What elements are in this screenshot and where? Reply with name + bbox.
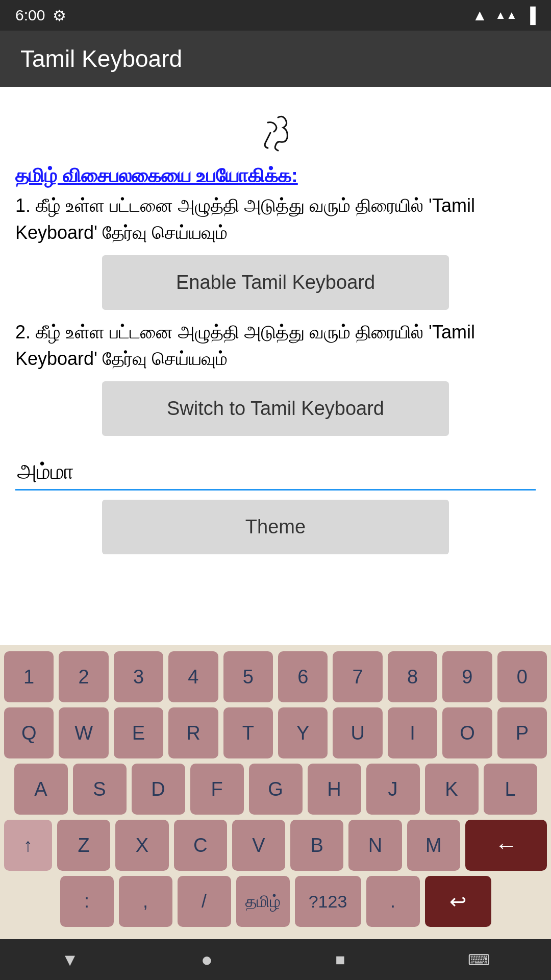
status-left: 6:00 ⚙ [15,7,66,24]
key-9[interactable]: 9 [442,651,492,702]
key-i[interactable]: I [388,707,437,758]
space-key[interactable]: தமிழ் [236,876,290,927]
key-z[interactable]: Z [57,820,110,871]
key-d[interactable]: D [132,764,185,815]
key-c[interactable]: C [174,820,227,871]
key-y[interactable]: Y [278,707,328,758]
key-e[interactable]: E [114,707,163,758]
key-0[interactable]: 0 [497,651,547,702]
time-display: 6:00 [15,7,45,24]
keyboard: 1 2 3 4 5 6 7 8 9 0 Q W E R T Y U I O P … [0,645,551,939]
tamil-logo-icon [253,112,298,153]
keyboard-zxcv-row: ↑ Z X C V B N M ← [4,820,547,871]
key-s[interactable]: S [73,764,127,815]
backspace-key[interactable]: ← [465,820,547,871]
tamil-text-input[interactable] [15,454,536,491]
key-8[interactable]: 8 [388,651,437,702]
key-f[interactable]: F [190,764,244,815]
key-j[interactable]: J [366,764,420,815]
key-1[interactable]: 1 [4,651,54,702]
key-t[interactable]: T [223,707,273,758]
key-q[interactable]: Q [4,707,54,758]
key-k[interactable]: K [425,764,479,815]
key-h[interactable]: H [308,764,361,815]
keyboard-asdf-row: A S D F G H J K L [4,764,547,815]
key-4[interactable]: 4 [168,651,218,702]
enter-key[interactable]: ↩ [425,876,491,927]
main-content: தமிழ் விசைபலகையை உபயோகிக்க: 1. கீழ் உள்ள… [0,87,551,554]
key-v[interactable]: V [232,820,285,871]
settings-icon: ⚙ [53,7,66,24]
status-bar: 6:00 ⚙ ▲ ▲▲ ▐ [0,0,551,31]
key-comma[interactable]: , [119,876,172,927]
nav-bar: ▼ ● ■ ⌨ [0,939,551,980]
key-r[interactable]: R [168,707,218,758]
key-g[interactable]: G [249,764,303,815]
keyboard-nav-icon[interactable]: ⌨ [468,951,490,969]
key-o[interactable]: O [442,707,492,758]
key-u[interactable]: U [333,707,382,758]
signal-icon: ▲▲ [495,9,517,22]
keyboard-number-row: 1 2 3 4 5 6 7 8 9 0 [4,651,547,702]
app-bar: Tamil Keyboard [0,31,551,87]
home-nav-icon[interactable]: ● [201,949,213,971]
wifi-icon: ▲ [472,7,487,24]
back-nav-icon[interactable]: ▼ [61,950,79,970]
app-title: Tamil Keyboard [20,45,182,72]
instruction-header: தமிழ் விசைபலகையை உபயோகிக்க: [15,163,536,188]
key-period[interactable]: . [366,876,420,927]
step2-text: 2. கீழ் உள்ள பட்டனை அழுத்தி அடுத்து வரும… [15,319,536,372]
logo-area [15,102,536,158]
key-7[interactable]: 7 [333,651,382,702]
key-3[interactable]: 3 [114,651,163,702]
enable-tamil-keyboard-button[interactable]: Enable Tamil Keyboard [102,255,449,310]
key-colon[interactable]: : [60,876,114,927]
theme-button[interactable]: Theme [102,500,449,554]
sym-key[interactable]: ?123 [295,876,361,927]
key-6[interactable]: 6 [278,651,328,702]
switch-tamil-keyboard-button[interactable]: Switch to Tamil Keyboard [102,381,449,436]
status-right: ▲ ▲▲ ▐ [472,7,536,24]
key-slash[interactable]: / [178,876,231,927]
recent-nav-icon[interactable]: ■ [335,950,345,969]
keyboard-bottom-row: : , / தமிழ் ?123 . ↩ [4,876,547,927]
key-x[interactable]: X [115,820,168,871]
battery-icon: ▐ [525,7,536,24]
key-2[interactable]: 2 [59,651,108,702]
key-5[interactable]: 5 [223,651,273,702]
step1-text: 1. கீழ் உள்ள பட்டனை அழுத்தி அடுத்து வரும… [15,192,536,246]
key-m[interactable]: M [407,820,460,871]
key-n[interactable]: N [348,820,402,871]
key-w[interactable]: W [59,707,108,758]
shift-key[interactable]: ↑ [4,820,52,871]
key-l[interactable]: L [484,764,537,815]
key-a[interactable]: A [14,764,68,815]
key-p[interactable]: P [497,707,547,758]
key-b[interactable]: B [290,820,343,871]
keyboard-qwerty-row: Q W E R T Y U I O P [4,707,547,758]
